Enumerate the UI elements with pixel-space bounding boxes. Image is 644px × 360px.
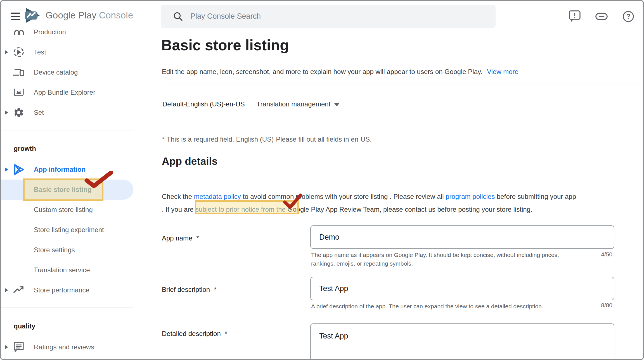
sidebar-item-test[interactable]: Test: [1, 42, 133, 62]
brief-description-value: Test App: [319, 284, 348, 293]
google-play-console-logo[interactable]: Google PlayConsole: [24, 7, 133, 24]
brief-description-input[interactable]: Test App: [310, 277, 614, 300]
default-language-label: Default-English (US)-en-US: [162, 100, 245, 108]
sidebar-item-label: Store listing experiment: [34, 226, 104, 234]
play-console-window: Google PlayConsole Play Console Search: [0, 0, 644, 360]
expand-arrow-icon[interactable]: [5, 167, 8, 172]
sidebar-section-quality: quality: [1, 315, 133, 337]
help-icon: ?: [622, 10, 635, 23]
field-label-text: App name: [162, 234, 192, 242]
trending-up-icon: [13, 284, 25, 296]
policy-paragraph-line2: . If you are subject to prior notice fro…: [162, 203, 576, 216]
expand-arrow-icon[interactable]: [5, 110, 8, 115]
expand-arrow-icon[interactable]: [5, 50, 8, 54]
brief-description-helper-text: A brief description of the app. The user…: [311, 302, 591, 311]
hamburger-bar: [11, 13, 20, 14]
hamburger-bar: [11, 16, 20, 17]
test-icon: [13, 46, 25, 58]
expand-arrow-icon[interactable]: [5, 288, 8, 292]
app-name-helper-text: The app name as it appears on Google Pla…: [311, 251, 575, 268]
search-input[interactable]: Play Console Search: [161, 5, 496, 28]
app-bundle-explorer-icon: [13, 86, 25, 99]
program-policies-link[interactable]: program policies: [446, 193, 495, 200]
brief-description-char-counter: 8/80: [601, 302, 612, 309]
sidebar-item-app-bundle-explorer[interactable]: App Bundle Explorer: [1, 82, 133, 102]
sidebar-item-translation-service[interactable]: Translation service: [1, 260, 133, 280]
feedback-button[interactable]: [568, 10, 581, 23]
sidebar-item-label: App information: [34, 166, 86, 173]
subtitle-text: Edit the app name, icon, screenshot, and…: [162, 68, 482, 75]
prior-notice-link[interactable]: subject to prior notice from the: [195, 206, 286, 213]
detailed-description-value: Test App: [319, 332, 348, 340]
sidebar-item-label: App Bundle Explorer: [34, 89, 95, 96]
detailed-description-label: Detailed description*: [162, 330, 227, 338]
sidebar-item-set[interactable]: Set: [1, 102, 133, 123]
sidebar-item-ratings-and-reviews[interactable]: Ratings and reviews: [1, 337, 133, 357]
logo-text-primary: Google Play: [46, 10, 96, 20]
sidebar-item-store-settings[interactable]: Store settings: [1, 240, 133, 260]
sidebar-item-app-information[interactable]: App information: [1, 159, 133, 180]
sidebar-section-label: quality: [14, 322, 35, 330]
app-name-value: Demo: [319, 233, 339, 242]
paragraph-text: Check the: [162, 193, 194, 200]
help-button[interactable]: ?: [622, 10, 635, 23]
sidebar-item-label: Basic store listing: [34, 186, 92, 194]
gear-icon: [13, 106, 25, 119]
hamburger-menu-icon[interactable]: [11, 13, 20, 20]
expand-arrow-icon[interactable]: [5, 345, 8, 349]
sidebar-item-label: Store settings: [34, 246, 75, 254]
sidebar-divider: [1, 123, 133, 138]
view-more-link[interactable]: View more: [487, 68, 518, 75]
required-asterisk: *: [225, 330, 227, 337]
sidebar-section-growth: growth: [1, 138, 133, 159]
sidebar-item-label: Test: [34, 48, 46, 56]
content-divider: [162, 85, 642, 85]
sidebar-item-label: Store performance: [34, 286, 89, 294]
required-field-note: *-This is a required field. English (US)…: [162, 135, 372, 143]
reviews-icon: [13, 341, 25, 353]
sidebar-item-label: Set: [34, 109, 44, 116]
sidebar-item-store-performance[interactable]: Store performance: [1, 280, 133, 300]
app-name-input[interactable]: Demo: [310, 225, 614, 249]
logo-text: Google PlayConsole: [46, 10, 133, 21]
svg-text:?: ?: [626, 13, 631, 20]
sidebar-item-label: Production: [34, 29, 66, 36]
sidebar-item-device-catalog[interactable]: Device catalog: [1, 62, 133, 82]
feedback-icon: [568, 10, 581, 23]
sidebar-item-label: Ratings and reviews: [34, 343, 94, 351]
paragraph-text: to avoid common problems with your store…: [241, 193, 446, 200]
sidebar-item-label: Translation service: [34, 266, 90, 274]
device-catalog-icon: [13, 66, 25, 78]
required-asterisk: *: [214, 286, 216, 293]
app-information-icon: [13, 163, 25, 176]
hamburger-bar: [11, 19, 20, 20]
dropdown-arrow-icon: [334, 103, 339, 106]
sidebar-divider: [1, 300, 133, 315]
field-label-text: Detailed description: [162, 330, 221, 337]
link-icon: [595, 10, 608, 23]
sidebar: Production Test Device catalog: [1, 29, 133, 359]
app-details-heading: App details: [162, 156, 217, 167]
sidebar-item-store-listing-experiment[interactable]: Store listing experiment: [1, 220, 133, 240]
sidebar-item-label: Custom store listing: [34, 206, 93, 214]
paragraph-text: Google Play App Review Team, please cont…: [286, 206, 532, 213]
sidebar-item-basic-store-listing[interactable]: Basic store listing: [1, 180, 133, 200]
translation-management-button[interactable]: Translation management: [257, 100, 340, 108]
sidebar-item-production[interactable]: Production: [1, 29, 133, 42]
translation-management-label: Translation management: [257, 100, 331, 108]
paragraph-text: before submitting your app: [495, 193, 576, 200]
search-placeholder: Play Console Search: [190, 12, 261, 21]
policy-paragraph: Check the metadata policy to avoid commo…: [162, 190, 576, 216]
page-title: Basic store listing: [161, 37, 289, 54]
sidebar-item-custom-store-listing[interactable]: Custom store listing: [1, 200, 133, 220]
app-name-char-counter: 4/50: [601, 251, 612, 258]
sidebar-item-label: Device catalog: [34, 68, 78, 76]
metadata-policy-link[interactable]: metadata policy: [194, 193, 241, 200]
required-asterisk: *: [196, 234, 199, 242]
paragraph-text: . If you are: [162, 206, 195, 213]
field-label-text: Brief description: [162, 286, 210, 293]
app-name-label: App name*: [162, 234, 199, 242]
detailed-description-textarea[interactable]: Test App: [310, 323, 614, 360]
link-button[interactable]: [595, 10, 608, 23]
brief-description-label: Brief description*: [162, 286, 216, 294]
